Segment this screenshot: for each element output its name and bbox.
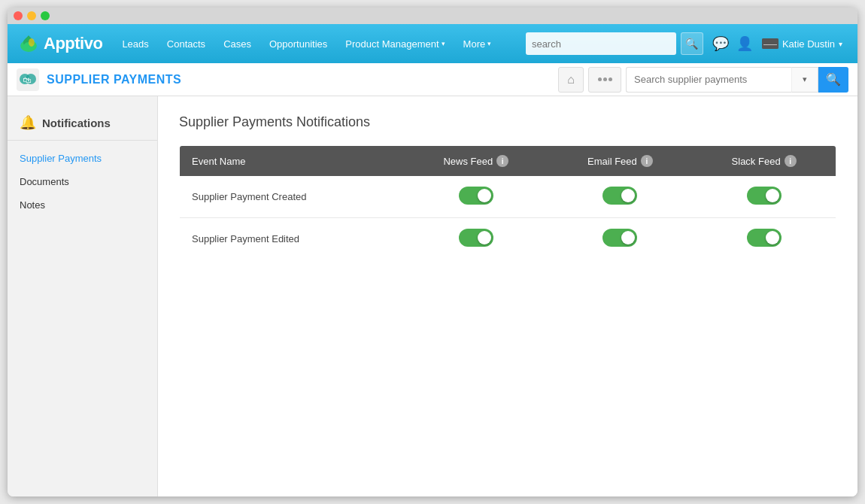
- email-feed-toggle-cell-2: [548, 218, 693, 260]
- sidebar: 🔔 Notifications Supplier Payments Docume…: [8, 96, 158, 496]
- news-feed-toggle-cell-1: [404, 176, 548, 218]
- table-row: Supplier Payment Edited: [180, 218, 836, 260]
- sidebar-item-supplier-payments[interactable]: Supplier Payments: [8, 147, 157, 170]
- content-area: Supplier Payments Notifications Event Na…: [158, 96, 857, 496]
- nav-contacts[interactable]: Contacts: [159, 34, 213, 54]
- logo[interactable]: Apptivo: [17, 33, 102, 54]
- user-avatar: ——: [762, 38, 778, 49]
- sidebar-item-notes[interactable]: Notes: [8, 193, 157, 217]
- sub-search-input[interactable]: [626, 67, 791, 93]
- table-header-row: Event Name News Feed i Email Feed i: [180, 146, 836, 177]
- dot3: [609, 77, 612, 81]
- email-feed-toggle-cell-1: [548, 176, 693, 218]
- col-news-feed: News Feed i: [404, 146, 548, 177]
- minimize-dot[interactable]: [27, 11, 36, 20]
- col-email-feed: Email Feed i: [548, 146, 693, 177]
- sub-search-button[interactable]: 🔍: [818, 67, 848, 93]
- messages-icon[interactable]: 💬: [712, 35, 729, 52]
- news-feed-info-icon[interactable]: i: [496, 155, 508, 167]
- search-dropdown-button[interactable]: ▾: [791, 67, 818, 93]
- col-slack-feed: Slack Feed i: [692, 146, 836, 177]
- sub-search-area: ▾ 🔍: [626, 67, 848, 93]
- slack-feed-toggle-cell-2: [692, 218, 836, 260]
- close-dot[interactable]: [14, 11, 23, 20]
- nav-search-area: 🔍: [526, 32, 703, 55]
- nav-cases[interactable]: Cases: [216, 34, 259, 54]
- more-options-button[interactable]: [588, 67, 621, 93]
- main-layout: 🔔 Notifications Supplier Payments Docume…: [8, 96, 857, 496]
- sidebar-section-header: 🔔 Notifications: [8, 111, 157, 140]
- email-feed-toggle-1[interactable]: [602, 187, 637, 205]
- dot2: [603, 77, 607, 81]
- chevron-down-icon: ▾: [442, 40, 445, 47]
- user-name: Katie Dustin: [782, 38, 835, 50]
- slack-feed-toggle-1[interactable]: [747, 187, 782, 205]
- svg-text:——: ——: [763, 41, 777, 48]
- nav-product-management[interactable]: Product Management ▾: [338, 34, 452, 54]
- email-feed-toggle-2[interactable]: [602, 229, 637, 247]
- event-name-cell-2: Supplier Payment Edited: [180, 218, 404, 260]
- sub-header-actions: ⌂ ▾ 🔍: [558, 67, 848, 93]
- nav-search-button[interactable]: 🔍: [681, 32, 703, 55]
- maximize-dot[interactable]: [41, 11, 50, 20]
- sub-header: 🛍 SUPPLIER PAYMENTS ⌂ ▾ 🔍: [8, 63, 857, 96]
- user-chevron-icon: ▾: [839, 40, 842, 48]
- news-feed-toggle-1[interactable]: [459, 187, 493, 205]
- slack-feed-info-icon[interactable]: i: [785, 155, 797, 167]
- nav-icons-area: 💬 👤: [712, 35, 753, 52]
- brand-name: Apptivo: [44, 34, 102, 53]
- news-feed-toggle-cell-2: [404, 218, 548, 260]
- module-icon: 🛍: [17, 68, 39, 91]
- top-nav: Apptivo Leads Contacts Cases Opportuniti…: [8, 24, 857, 63]
- notifications-table: Event Name News Feed i Email Feed i: [179, 145, 836, 260]
- svg-point-1: [29, 38, 35, 47]
- slack-feed-toggle-cell-1: [692, 176, 836, 218]
- dot1: [598, 77, 602, 81]
- nav-leads[interactable]: Leads: [114, 34, 156, 54]
- sidebar-divider: [8, 140, 157, 141]
- home-button[interactable]: ⌂: [558, 67, 584, 93]
- nav-more[interactable]: More ▾: [456, 34, 499, 54]
- bell-icon: 🔔: [20, 114, 36, 131]
- event-name-cell-1: Supplier Payment Created: [180, 176, 404, 218]
- email-feed-info-icon[interactable]: i: [641, 155, 653, 167]
- svg-text:🛍: 🛍: [23, 75, 32, 84]
- chevron-down-icon: ▾: [487, 40, 491, 47]
- slack-feed-toggle-2[interactable]: [747, 229, 782, 247]
- col-event-name: Event Name: [180, 146, 404, 177]
- nav-search-input[interactable]: [526, 32, 676, 55]
- page-title: SUPPLIER PAYMENTS: [47, 73, 181, 87]
- title-bar: [8, 8, 857, 24]
- news-feed-toggle-2[interactable]: [459, 229, 493, 247]
- table-row: Supplier Payment Created: [180, 176, 836, 218]
- user-menu[interactable]: —— Katie Dustin ▾: [756, 35, 848, 53]
- nav-opportunities[interactable]: Opportunities: [262, 34, 335, 54]
- content-title: Supplier Payments Notifications: [179, 114, 836, 130]
- person-icon[interactable]: 👤: [736, 35, 753, 52]
- sidebar-item-documents[interactable]: Documents: [8, 170, 157, 193]
- sidebar-section-title: Notifications: [42, 117, 111, 129]
